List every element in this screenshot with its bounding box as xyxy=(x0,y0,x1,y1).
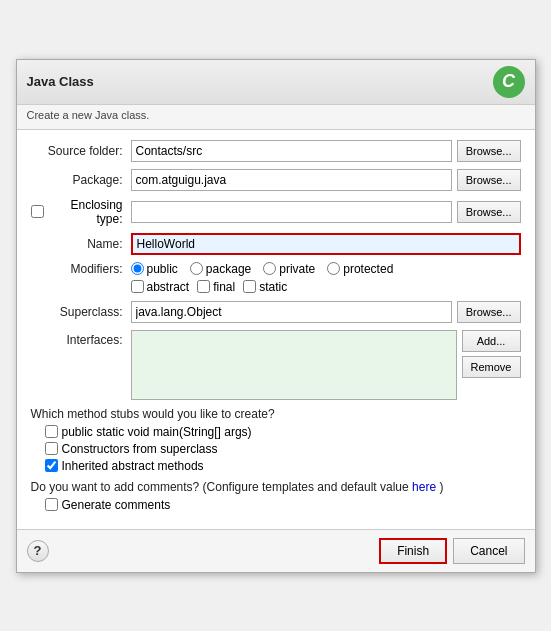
generate-comments-checkbox[interactable] xyxy=(45,498,58,511)
modifier-static-label[interactable]: static xyxy=(259,280,287,294)
modifier-static-checkbox[interactable] xyxy=(243,280,256,293)
enclosing-controls: Browse... xyxy=(131,201,521,223)
enclosing-label[interactable]: Enclosing type: xyxy=(48,198,123,226)
modifier-final[interactable]: final xyxy=(197,280,235,294)
stubs-title: Which method stubs would you like to cre… xyxy=(31,407,521,421)
modifier-protected-label[interactable]: protected xyxy=(343,262,393,276)
superclass-label: Superclass: xyxy=(31,305,131,319)
modifier-package[interactable]: package xyxy=(190,262,251,276)
modifier-abstract[interactable]: abstract xyxy=(131,280,190,294)
comments-here-link[interactable]: here xyxy=(412,480,436,494)
source-folder-controls: Browse... xyxy=(131,140,521,162)
interfaces-add-button[interactable]: Add... xyxy=(462,330,521,352)
dialog-body: Source folder: Browse... Package: Browse… xyxy=(17,129,535,530)
package-input[interactable] xyxy=(131,169,452,191)
modifier-static[interactable]: static xyxy=(243,280,287,294)
comments-item: Generate comments xyxy=(45,498,521,512)
modifier-protected[interactable]: protected xyxy=(327,262,393,276)
modifier-abstract-checkbox[interactable] xyxy=(131,280,144,293)
source-folder-browse-button[interactable]: Browse... xyxy=(457,140,521,162)
modifier-private-radio[interactable] xyxy=(263,262,276,275)
finish-button[interactable]: Finish xyxy=(379,538,447,564)
modifiers-radio-group: public package private protected xyxy=(131,262,521,276)
package-row: Package: Browse... xyxy=(31,169,521,191)
interfaces-remove-button[interactable]: Remove xyxy=(462,356,521,378)
modifier-abstract-label[interactable]: abstract xyxy=(147,280,190,294)
dialog-titlebar: Java Class C xyxy=(17,60,535,105)
superclass-row: Superclass: Browse... xyxy=(31,301,521,323)
name-input[interactable] xyxy=(131,233,521,255)
dialog-title: Java Class xyxy=(27,74,94,89)
package-browse-button[interactable]: Browse... xyxy=(457,169,521,191)
comments-text: Do you want to add comments? (Configure … xyxy=(31,480,521,494)
modifier-private[interactable]: private xyxy=(263,262,315,276)
source-folder-input[interactable] xyxy=(131,140,452,162)
modifier-public-label[interactable]: public xyxy=(147,262,178,276)
package-controls: Browse... xyxy=(131,169,521,191)
comments-text-before: Do you want to add comments? (Configure … xyxy=(31,480,409,494)
stubs-item-inherited: Inherited abstract methods xyxy=(45,459,521,473)
package-label: Package: xyxy=(31,173,131,187)
name-controls xyxy=(131,233,521,255)
footer-right: Finish Cancel xyxy=(379,538,524,564)
dialog-footer: ? Finish Cancel xyxy=(17,530,535,572)
name-row: Name: xyxy=(31,233,521,255)
superclass-controls: Browse... xyxy=(131,301,521,323)
interfaces-area: Interfaces: Add... Remove xyxy=(31,330,521,400)
modifiers-section: Modifiers: public package private xyxy=(31,262,521,294)
stubs-section: Which method stubs would you like to cre… xyxy=(31,407,521,473)
stubs-item-constructors: Constructors from superclass xyxy=(45,442,521,456)
modifier-final-checkbox[interactable] xyxy=(197,280,210,293)
modifier-protected-radio[interactable] xyxy=(327,262,340,275)
enclosing-type-checkbox[interactable] xyxy=(31,205,44,218)
modifier-package-label[interactable]: package xyxy=(206,262,251,276)
comments-text-after: ) xyxy=(439,480,443,494)
interfaces-buttons: Add... Remove xyxy=(462,330,521,378)
stub-inherited-checkbox[interactable] xyxy=(45,459,58,472)
enclosing-input[interactable] xyxy=(131,201,452,223)
modifiers-row2: abstract final static xyxy=(131,280,521,294)
enclosing-browse-button[interactable]: Browse... xyxy=(457,201,521,223)
superclass-browse-button[interactable]: Browse... xyxy=(457,301,521,323)
superclass-input[interactable] xyxy=(131,301,452,323)
interfaces-box xyxy=(131,330,457,400)
modifier-public-radio[interactable] xyxy=(131,262,144,275)
modifier-private-label[interactable]: private xyxy=(279,262,315,276)
java-class-dialog: Java Class C Create a new Java class. So… xyxy=(16,59,536,573)
source-folder-row: Source folder: Browse... xyxy=(31,140,521,162)
source-folder-label: Source folder: xyxy=(31,144,131,158)
interfaces-label: Interfaces: xyxy=(31,330,131,347)
generate-comments-label[interactable]: Generate comments xyxy=(62,498,171,512)
modifiers-label: Modifiers: xyxy=(31,262,131,276)
cancel-button[interactable]: Cancel xyxy=(453,538,524,564)
stub-main-checkbox[interactable] xyxy=(45,425,58,438)
modifier-final-label[interactable]: final xyxy=(213,280,235,294)
footer-left: ? xyxy=(27,540,49,562)
stubs-options: public static void main(String[] args) C… xyxy=(45,425,521,473)
comments-section: Do you want to add comments? (Configure … xyxy=(31,480,521,512)
stub-constructors-label[interactable]: Constructors from superclass xyxy=(62,442,218,456)
modifier-public[interactable]: public xyxy=(131,262,178,276)
name-label: Name: xyxy=(31,237,131,251)
enclosing-checkbox-area: Enclosing type: xyxy=(31,198,131,226)
eclipse-logo: C xyxy=(493,66,525,98)
dialog-subtitle: Create a new Java class. xyxy=(17,105,535,129)
modifiers-row1: Modifiers: public package private xyxy=(31,262,521,276)
stubs-item-main: public static void main(String[] args) xyxy=(45,425,521,439)
modifier-package-radio[interactable] xyxy=(190,262,203,275)
help-button[interactable]: ? xyxy=(27,540,49,562)
enclosing-row: Enclosing type: Browse... xyxy=(31,198,521,226)
stub-constructors-checkbox[interactable] xyxy=(45,442,58,455)
stub-main-label[interactable]: public static void main(String[] args) xyxy=(62,425,252,439)
stub-inherited-label[interactable]: Inherited abstract methods xyxy=(62,459,204,473)
